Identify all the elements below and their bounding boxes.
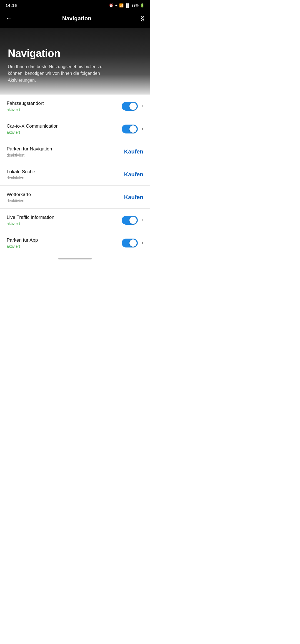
settings-item-left-parken-navigation: Parken für Navigationdeaktiviert bbox=[7, 146, 124, 157]
alarm-icon: ⏰ bbox=[109, 3, 113, 8]
settings-item-left-car-to-x: Car-to-X Communicationaktiviert bbox=[7, 123, 122, 135]
settings-item-fahrzeugstandort[interactable]: Fahrzeugstandortaktiviert› bbox=[0, 95, 150, 117]
hero-description: Um Ihnen das beste Nutzungserlebnis biet… bbox=[8, 63, 113, 84]
toggle-thumb-live-traffic bbox=[129, 217, 137, 224]
item-status-live-traffic: aktiviert bbox=[7, 221, 122, 226]
settings-item-parken-app[interactable]: Parken für Appaktiviert› bbox=[0, 231, 150, 254]
settings-item-right-live-traffic: › bbox=[122, 216, 143, 225]
settings-item-parken-navigation[interactable]: Parken für NavigationdeaktiviertKaufen bbox=[0, 140, 150, 163]
settings-item-left-parken-app: Parken für Appaktiviert bbox=[7, 237, 122, 249]
toggle-track-live-traffic bbox=[122, 216, 138, 225]
toggle-car-to-x[interactable] bbox=[122, 125, 138, 133]
settings-item-right-car-to-x: › bbox=[122, 125, 143, 133]
hero-section: Navigation Um Ihnen das beste Nutzungser… bbox=[0, 28, 150, 95]
chevron-icon-fahrzeugstandort: › bbox=[142, 103, 143, 109]
toggle-thumb-parken-app bbox=[129, 239, 137, 247]
item-status-car-to-x: aktiviert bbox=[7, 130, 122, 135]
settings-item-car-to-x[interactable]: Car-to-X Communicationaktiviert› bbox=[0, 117, 150, 140]
signal-icon: ▐▌ bbox=[125, 3, 130, 8]
kaufen-button-parken-navigation[interactable]: Kaufen bbox=[124, 148, 143, 155]
settings-item-right-parken-app: › bbox=[122, 239, 143, 247]
settings-item-lokale-suche[interactable]: Lokale SuchedeaktiviertKaufen bbox=[0, 163, 150, 186]
home-bar bbox=[58, 258, 92, 259]
toggle-live-traffic[interactable] bbox=[122, 216, 138, 225]
hero-title: Navigation bbox=[8, 48, 142, 60]
settings-item-right-parken-navigation: Kaufen bbox=[124, 148, 143, 155]
item-label-live-traffic: Live Traffic Information bbox=[7, 215, 122, 220]
item-status-wetterkarte: deaktiviert bbox=[7, 199, 124, 203]
kaufen-button-lokale-suche[interactable]: Kaufen bbox=[124, 171, 143, 178]
back-button[interactable]: ← bbox=[6, 14, 13, 23]
item-status-parken-app: aktiviert bbox=[7, 244, 122, 249]
item-label-car-to-x: Car-to-X Communication bbox=[7, 123, 122, 129]
item-label-parken-navigation: Parken für Navigation bbox=[7, 146, 124, 152]
settings-item-left-live-traffic: Live Traffic Informationaktiviert bbox=[7, 215, 122, 226]
settings-item-wetterkarte[interactable]: WetterkartedeaktiviertKaufen bbox=[0, 186, 150, 209]
status-icons: ⏰ ✦ 📶 ▐▌ 88% 🔋 bbox=[109, 3, 144, 8]
settings-item-left-lokale-suche: Lokale Suchedeaktiviert bbox=[7, 169, 124, 180]
wifi-icon: 📶 bbox=[119, 3, 124, 8]
toggle-track-car-to-x bbox=[122, 125, 138, 133]
item-label-parken-app: Parken für App bbox=[7, 237, 122, 243]
nav-title: Navigation bbox=[62, 15, 91, 22]
toggle-parken-app[interactable] bbox=[122, 239, 138, 247]
settings-item-right-lokale-suche: Kaufen bbox=[124, 171, 143, 178]
legal-icon[interactable]: § bbox=[141, 14, 144, 22]
chevron-icon-live-traffic: › bbox=[142, 217, 143, 223]
toggle-track-fahrzeugstandort bbox=[122, 102, 138, 111]
item-status-fahrzeugstandort: aktiviert bbox=[7, 107, 122, 112]
item-status-lokale-suche: deaktiviert bbox=[7, 176, 124, 180]
chevron-icon-parken-app: › bbox=[142, 240, 143, 246]
item-label-fahrzeugstandort: Fahrzeugstandort bbox=[7, 101, 122, 106]
settings-item-live-traffic[interactable]: Live Traffic Informationaktiviert› bbox=[0, 209, 150, 231]
settings-list: Fahrzeugstandortaktiviert›Car-to-X Commu… bbox=[0, 95, 150, 254]
settings-item-left-fahrzeugstandort: Fahrzeugstandortaktiviert bbox=[7, 101, 122, 112]
chevron-icon-car-to-x: › bbox=[142, 126, 143, 132]
toggle-fahrzeugstandort[interactable] bbox=[122, 102, 138, 111]
nav-bar: ← Navigation § bbox=[0, 10, 150, 28]
settings-item-right-wetterkarte: Kaufen bbox=[124, 194, 143, 200]
settings-item-right-fahrzeugstandort: › bbox=[122, 102, 143, 111]
item-status-parken-navigation: deaktiviert bbox=[7, 153, 124, 157]
toggle-thumb-fahrzeugstandort bbox=[129, 103, 137, 110]
settings-item-left-wetterkarte: Wetterkartedeaktiviert bbox=[7, 192, 124, 203]
battery-text: 88% bbox=[131, 3, 139, 8]
status-time: 14:15 bbox=[6, 3, 17, 8]
status-bar: 14:15 ⏰ ✦ 📶 ▐▌ 88% 🔋 bbox=[0, 0, 150, 10]
item-label-lokale-suche: Lokale Suche bbox=[7, 169, 124, 175]
item-label-wetterkarte: Wetterkarte bbox=[7, 192, 124, 197]
toggle-track-parken-app bbox=[122, 239, 138, 247]
bluetooth-icon: ✦ bbox=[115, 3, 118, 8]
battery-icon: 🔋 bbox=[140, 3, 144, 8]
home-indicator bbox=[0, 254, 150, 262]
toggle-thumb-car-to-x bbox=[129, 125, 137, 133]
kaufen-button-wetterkarte[interactable]: Kaufen bbox=[124, 194, 143, 200]
